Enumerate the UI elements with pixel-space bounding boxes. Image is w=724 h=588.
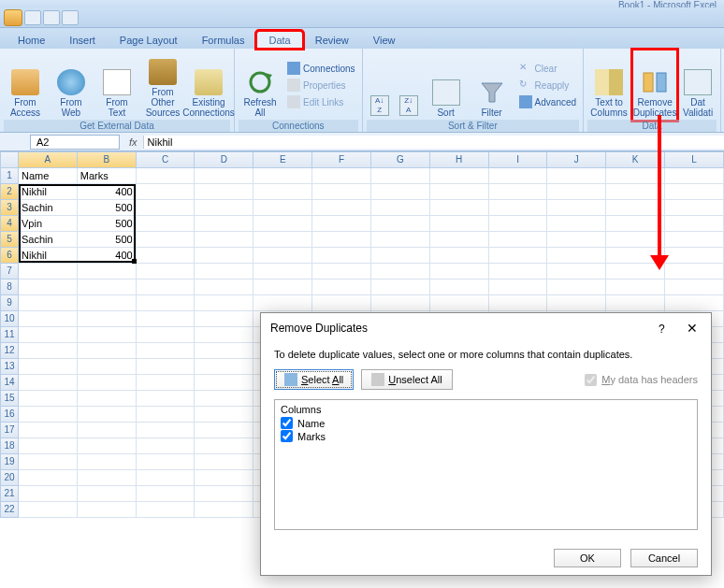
tab-view[interactable]: View (361, 31, 408, 49)
cell[interactable] (665, 280, 724, 295)
cell[interactable] (665, 295, 724, 311)
column-checkbox-name[interactable]: Name (281, 417, 691, 429)
cell[interactable]: 500 (78, 232, 137, 248)
cell[interactable] (19, 391, 78, 407)
cell[interactable] (78, 375, 137, 391)
dialog-close-button[interactable]: ✕ (683, 321, 702, 336)
cell[interactable] (19, 438, 78, 454)
cell[interactable] (137, 311, 195, 327)
cell[interactable] (665, 264, 724, 280)
cell[interactable] (78, 264, 137, 280)
tab-formulas[interactable]: Formulas (190, 31, 257, 49)
cell[interactable] (19, 264, 78, 280)
cell[interactable] (253, 184, 312, 200)
cell[interactable] (253, 264, 312, 280)
cell[interactable] (606, 248, 665, 264)
cell[interactable] (137, 280, 195, 295)
cell[interactable] (489, 280, 548, 295)
cell[interactable]: 400 (78, 248, 137, 264)
clear-button[interactable]: ✕Clear (516, 61, 579, 76)
select-all-button[interactable]: Select All (274, 369, 354, 390)
cell[interactable] (19, 454, 78, 470)
cell[interactable] (195, 264, 253, 280)
cell[interactable] (547, 216, 606, 232)
cell[interactable] (371, 216, 430, 232)
cell[interactable] (312, 280, 371, 295)
cell[interactable] (195, 280, 253, 295)
cell[interactable] (78, 359, 137, 375)
sort-az-button[interactable]: A↓Z (367, 50, 393, 120)
tab-insert[interactable]: Insert (57, 31, 108, 49)
cell[interactable] (665, 248, 724, 264)
cell[interactable] (489, 248, 548, 264)
from-web-button[interactable]: FromWeb (50, 50, 93, 120)
cancel-button[interactable]: Cancel (630, 549, 698, 567)
column-header[interactable]: D (195, 151, 253, 168)
cell[interactable] (253, 168, 312, 184)
cell[interactable] (665, 216, 724, 232)
cell[interactable] (195, 391, 253, 407)
column-header[interactable]: C (137, 151, 195, 168)
row-header[interactable]: 15 (0, 391, 19, 407)
filter-button[interactable]: Filter (471, 50, 514, 120)
cell[interactable] (430, 295, 489, 311)
cell[interactable]: Sachin (19, 232, 78, 248)
cell[interactable] (195, 375, 253, 391)
cell[interactable] (371, 280, 430, 295)
cell[interactable] (19, 407, 78, 423)
cell[interactable] (137, 454, 195, 470)
cell[interactable] (195, 486, 253, 502)
cell[interactable] (137, 343, 195, 359)
formula-input[interactable]: Nikhil (143, 136, 724, 149)
cell[interactable] (19, 423, 78, 438)
column-header[interactable]: L (665, 151, 724, 168)
column-header[interactable]: A (19, 151, 78, 168)
cell[interactable] (137, 470, 195, 486)
cell[interactable] (371, 200, 430, 216)
cell[interactable] (547, 295, 606, 311)
cell[interactable] (78, 327, 137, 343)
cell[interactable] (137, 391, 195, 407)
cell[interactable] (19, 502, 78, 518)
cell[interactable] (19, 311, 78, 327)
cell[interactable] (195, 407, 253, 423)
cell[interactable] (137, 184, 195, 200)
column-header[interactable]: J (547, 151, 606, 168)
cell[interactable] (665, 168, 724, 184)
cell[interactable] (312, 184, 371, 200)
cell[interactable] (253, 216, 312, 232)
tab-home[interactable]: Home (6, 31, 57, 49)
cell[interactable] (547, 168, 606, 184)
cell[interactable] (137, 502, 195, 518)
cell[interactable] (195, 327, 253, 343)
row-header[interactable]: 5 (0, 232, 19, 248)
cell[interactable] (430, 168, 489, 184)
row-header[interactable]: 22 (0, 502, 19, 518)
cell[interactable] (489, 295, 548, 311)
cell[interactable] (195, 248, 253, 264)
cell[interactable] (195, 232, 253, 248)
cell[interactable] (312, 216, 371, 232)
cell[interactable] (195, 454, 253, 470)
cell[interactable] (78, 486, 137, 502)
cell[interactable] (312, 248, 371, 264)
row-header[interactable]: 16 (0, 407, 19, 423)
cell[interactable] (137, 438, 195, 454)
cell[interactable] (137, 486, 195, 502)
tab-review[interactable]: Review (303, 31, 361, 49)
row-header[interactable]: 11 (0, 327, 19, 343)
cell[interactable] (137, 295, 195, 311)
my-data-has-headers-checkbox[interactable]: My data has headers (585, 374, 698, 386)
from-text-button[interactable]: FromText (95, 50, 138, 120)
sort-za-button[interactable]: Z↓A (396, 50, 422, 120)
name-box[interactable]: A2 (30, 135, 120, 150)
cell[interactable] (19, 295, 78, 311)
ok-button[interactable]: OK (554, 549, 621, 567)
row-header[interactable]: 20 (0, 470, 19, 486)
row-header[interactable]: 21 (0, 486, 19, 502)
tab-data[interactable]: Data (256, 31, 302, 49)
cell[interactable] (137, 375, 195, 391)
cell[interactable] (606, 216, 665, 232)
cell[interactable] (137, 264, 195, 280)
row-header[interactable]: 6 (0, 248, 19, 264)
